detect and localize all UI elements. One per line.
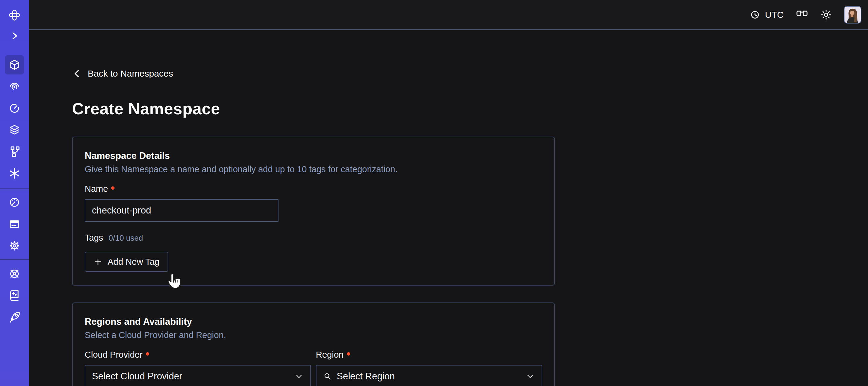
deployments-layers-icon [8, 124, 21, 136]
card-title: Regions and Availability [85, 316, 542, 327]
regions-availability-card: Regions and Availability Select a Cloud … [72, 302, 555, 386]
search-icon [323, 372, 332, 381]
support-helm-icon [8, 268, 21, 280]
name-label-text: Name [85, 184, 108, 194]
topbar: UTC [29, 0, 868, 30]
sidebar-item-billing[interactable] [5, 214, 24, 234]
back-link-label: Back to Namespaces [88, 68, 173, 79]
getting-started-rocket-icon [8, 311, 21, 323]
workflows-spiral-icon [8, 81, 21, 93]
cloud-provider-value: Select Cloud Provider [92, 371, 182, 382]
plus-icon [93, 257, 102, 266]
chevron-down-icon [294, 372, 304, 381]
user-avatar[interactable] [844, 6, 861, 24]
sidebar [0, 0, 29, 386]
temporal-logo-icon[interactable] [5, 5, 24, 25]
required-dot [347, 352, 350, 356]
namespace-name-input[interactable] [85, 199, 278, 222]
sidebar-item-workflows[interactable] [5, 77, 24, 96]
timezone-label: UTC [765, 10, 784, 20]
cloud-provider-field: Cloud Provider Select Cloud Provider [85, 340, 311, 386]
timezone-select[interactable]: UTC [749, 9, 784, 20]
clock-icon [749, 9, 761, 20]
glasses-icon [796, 8, 808, 21]
usage-gauge-icon [8, 196, 21, 208]
tags-label-row: Tags 0/10 used [85, 233, 542, 243]
sidebar-item-usage[interactable] [5, 193, 24, 212]
theme-toggle-button[interactable] [820, 9, 832, 21]
required-dot [111, 186, 115, 190]
required-dot [146, 352, 149, 356]
sidebar-item-deployments[interactable] [5, 120, 24, 140]
sidebar-expand-button[interactable] [5, 26, 24, 46]
sidebar-item-schedules[interactable] [5, 99, 24, 118]
sidebar-item-settings[interactable] [5, 236, 24, 256]
sun-icon [820, 9, 832, 21]
temporal-logo-icon [8, 9, 21, 21]
sidebar-item-docs[interactable] [5, 286, 24, 305]
region-value: Select Region [337, 371, 395, 382]
nexus-branch-icon [8, 146, 21, 158]
card-subtitle: Select a Cloud Provider and Region. [85, 330, 542, 340]
sidebar-item-support[interactable] [5, 264, 24, 284]
card-title: Namespace Details [85, 150, 542, 161]
region-label-text: Region [316, 350, 344, 360]
namespaces-cube-icon [8, 59, 21, 71]
avatar-photo [844, 7, 861, 23]
sidebar-item-getting-started[interactable] [5, 307, 24, 327]
back-to-namespaces-link[interactable]: Back to Namespaces [72, 68, 173, 79]
settings-gear-icon [8, 240, 21, 252]
region-label: Region [316, 350, 542, 360]
cloud-provider-label: Cloud Provider [85, 350, 311, 360]
sidebar-divider [0, 188, 29, 189]
tags-count: 0/10 used [108, 233, 143, 243]
chevron-left-icon [72, 68, 82, 79]
add-new-tag-button[interactable]: Add New Tag [85, 252, 168, 272]
billing-card-icon [8, 218, 21, 230]
chevron-right-icon [8, 30, 21, 42]
name-field-label: Name [85, 184, 542, 194]
region-field: Region Select Region [316, 340, 542, 386]
codec-server-button[interactable] [796, 8, 808, 21]
sidebar-item-namespaces[interactable] [5, 55, 24, 75]
tags-label: Tags [85, 233, 103, 243]
schedules-timer-icon [8, 102, 21, 114]
batch-asterisk-icon [8, 167, 21, 179]
sidebar-item-nexus[interactable] [5, 142, 24, 161]
cloud-provider-select[interactable]: Select Cloud Provider [85, 365, 311, 386]
page-title: Create Namespace [72, 99, 868, 118]
add-new-tag-label: Add New Tag [107, 257, 159, 267]
sidebar-divider [0, 259, 29, 260]
sidebar-item-batch-operations[interactable] [5, 164, 24, 183]
cloud-provider-label-text: Cloud Provider [85, 350, 143, 360]
docs-book-icon [8, 290, 21, 302]
region-select[interactable]: Select Region [316, 365, 542, 386]
namespace-details-card: Namespace Details Give this Namespace a … [72, 137, 555, 286]
main-content: Back to Namespaces Create Namespace Name… [29, 31, 868, 386]
card-subtitle: Give this Namespace a name and optionall… [85, 165, 542, 174]
chevron-down-icon [525, 372, 535, 381]
